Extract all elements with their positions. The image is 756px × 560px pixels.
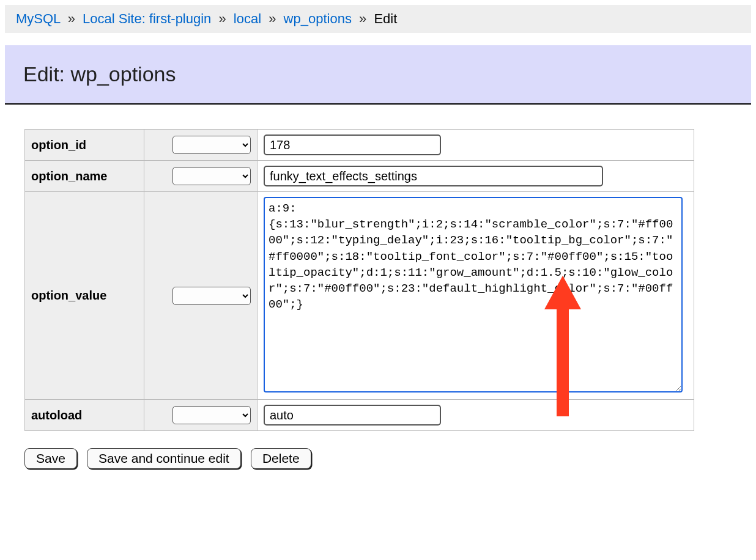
- field-label: option_value: [25, 192, 144, 400]
- breadcrumb: MySQL » Local Site: first-plugin » local…: [5, 5, 751, 33]
- option-value-textarea[interactable]: [264, 197, 683, 392]
- breadcrumb-link-server[interactable]: Local Site: first-plugin: [83, 11, 211, 26]
- field-label: autoload: [25, 400, 144, 431]
- breadcrumb-link-database[interactable]: local: [234, 11, 261, 26]
- breadcrumb-separator: »: [68, 11, 75, 26]
- page-title: Edit: wp_options: [23, 62, 733, 86]
- breadcrumb-current: Edit: [374, 11, 397, 26]
- function-select-option-id[interactable]: [172, 136, 251, 154]
- function-select-autoload[interactable]: [172, 406, 251, 424]
- breadcrumb-link-mysql[interactable]: MySQL: [16, 11, 61, 26]
- save-button[interactable]: Save: [24, 448, 77, 469]
- field-label: option_id: [25, 130, 144, 161]
- breadcrumb-separator: »: [359, 11, 366, 26]
- edit-form-table: option_id option_name option_value: [24, 129, 694, 431]
- field-label: option_name: [25, 161, 144, 192]
- page-header: Edit: wp_options: [5, 45, 751, 105]
- option-name-input[interactable]: [264, 166, 603, 186]
- row-option-id: option_id: [25, 130, 694, 161]
- save-continue-button[interactable]: Save and continue edit: [87, 448, 241, 469]
- breadcrumb-link-table[interactable]: wp_options: [284, 11, 352, 26]
- row-autoload: autoload: [25, 400, 694, 431]
- function-select-option-name[interactable]: [172, 167, 251, 185]
- breadcrumb-separator: »: [218, 11, 226, 26]
- function-select-option-value[interactable]: [172, 287, 251, 305]
- form-actions: Save Save and continue edit Delete: [24, 448, 732, 469]
- breadcrumb-separator: »: [269, 11, 276, 26]
- delete-button[interactable]: Delete: [251, 448, 311, 469]
- autoload-input[interactable]: [264, 405, 441, 426]
- row-option-name: option_name: [25, 161, 694, 192]
- row-option-value: option_value: [25, 192, 694, 400]
- option-id-input[interactable]: [264, 134, 441, 155]
